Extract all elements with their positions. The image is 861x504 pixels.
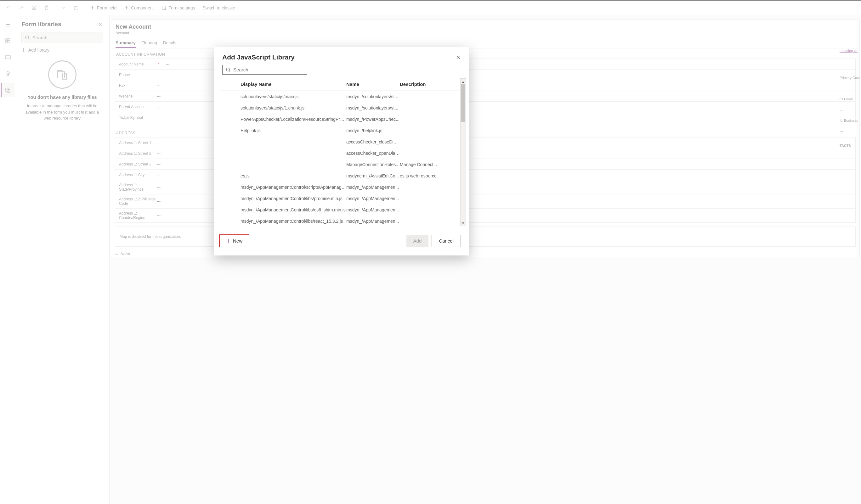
- add-library-modal: Add JavaScript Library Display Name Name…: [214, 47, 469, 255]
- modal-close-button[interactable]: [456, 55, 461, 60]
- table-row[interactable]: ManageConnectionRoles...Manage Connect..…: [219, 159, 460, 170]
- table-row[interactable]: msdyn_/AppManagementControl/libs/react_1…: [219, 215, 460, 226]
- plus-icon: [226, 239, 230, 243]
- col-name[interactable]: Name: [346, 82, 400, 87]
- cell-name: msdyn_/AppManagemen...: [346, 207, 400, 212]
- library-table: Display Name Name Description solutionla…: [219, 78, 460, 226]
- cell-name: accessChecker_openDial...: [346, 151, 400, 156]
- table-row[interactable]: accessChecker_closeDial...: [219, 136, 460, 148]
- table-row[interactable]: msdyn_/AppManagementControl/libs/promise…: [219, 193, 460, 204]
- cell-display-name: Helplink.js: [239, 128, 346, 133]
- modal-title: Add JavaScript Library: [222, 54, 295, 61]
- cell-name: msdyn_/PowerAppsChec...: [346, 117, 400, 122]
- table-header: Display Name Name Description: [219, 78, 460, 91]
- cell-name: msdyn_/solutionlayers/st...: [346, 106, 400, 110]
- cell-name: msdyn_/solutionlayers/st...: [346, 94, 400, 99]
- cell-name: msdyn_/AppManagemen...: [346, 196, 400, 201]
- cell-name: accessChecker_closeDial...: [346, 139, 400, 144]
- scroll-up-button[interactable]: ▲: [461, 79, 466, 84]
- scroll-down-button[interactable]: ▼: [461, 220, 466, 226]
- table-row[interactable]: msdyn_/AppManagementControl/scripts/AppM…: [219, 182, 460, 193]
- table-row[interactable]: msdyn_/AppManagementControl/libs/es6_shi…: [219, 204, 460, 215]
- cell-display-name: solutionlayers/static/js/main.js: [239, 94, 346, 99]
- new-library-button[interactable]: New: [219, 234, 249, 247]
- add-button[interactable]: Add: [407, 235, 429, 247]
- table-row[interactable]: Helplink.jsmsdyn_/helplink.js: [219, 125, 460, 136]
- cell-name: msdyn_/helplink.js: [346, 128, 400, 133]
- cell-name: msdyn_/AppManagemen...: [346, 185, 400, 190]
- table-row[interactable]: accessChecker_openDial...: [219, 148, 460, 159]
- cell-display-name: msdyn_/AppManagementControl/libs/react_1…: [239, 219, 346, 224]
- col-display-name[interactable]: Display Name: [239, 82, 346, 87]
- svg-point-18: [226, 68, 230, 71]
- table-row[interactable]: es.jsmsdyncrm_/AssistEditCo...es.js web …: [219, 170, 460, 182]
- search-icon: [226, 67, 231, 72]
- new-label: New: [233, 238, 242, 243]
- col-description[interactable]: Description: [400, 82, 457, 87]
- modal-search-input[interactable]: [233, 67, 304, 72]
- table-row[interactable]: PowerAppsChecker/Localization/ResourceSt…: [219, 114, 460, 125]
- cell-name: ManageConnectionRoles...: [346, 162, 400, 167]
- cancel-button[interactable]: Cancel: [432, 235, 461, 247]
- cell-description: es.js web resource.: [400, 173, 457, 178]
- cell-name: msdyncrm_/AssistEditCo...: [346, 173, 400, 178]
- table-row[interactable]: solutionlayers/static/js/main.jsmsdyn_/s…: [219, 91, 460, 102]
- modal-search[interactable]: [222, 65, 307, 74]
- cell-display-name: msdyn_/AppManagementControl/libs/es6_shi…: [239, 207, 346, 212]
- scroll-thumb[interactable]: [461, 84, 465, 122]
- cell-display-name: es.js: [239, 173, 346, 178]
- cell-display-name: msdyn_/AppManagementControl/libs/promise…: [239, 196, 346, 201]
- table-row[interactable]: solutionlayers/static/js/1.chunk.jsmsdyn…: [219, 102, 460, 114]
- cell-display-name: msdyn_/AppManagementControl/scripts/AppM…: [239, 185, 346, 190]
- cell-name: msdyn_/AppManagemen...: [346, 219, 400, 224]
- cell-display-name: PowerAppsChecker/Localization/ResourceSt…: [239, 117, 346, 122]
- cell-description: Manage Connect...: [400, 162, 457, 167]
- scrollbar[interactable]: ▲ ▼: [460, 78, 466, 226]
- cell-display-name: solutionlayers/static/js/1.chunk.js: [239, 106, 346, 110]
